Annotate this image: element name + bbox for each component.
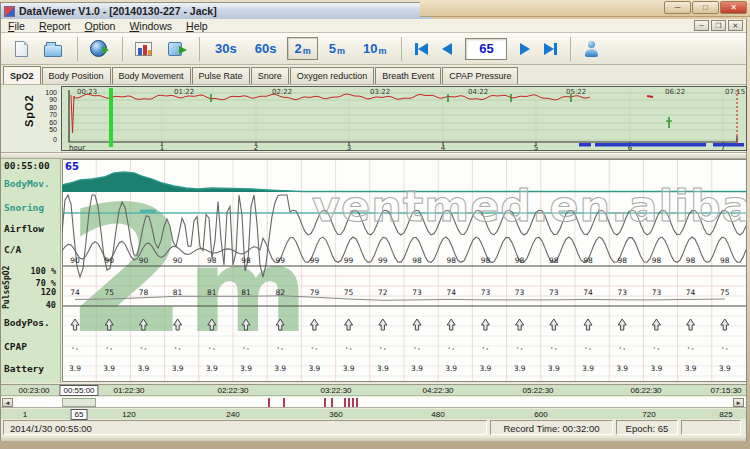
svg-text:3.9: 3.9 [274,364,286,373]
event-mark [348,398,350,407]
svg-text:hour: hour [69,144,85,151]
channel-label-airflow: Airflow [4,223,44,234]
spo2-overview-chart[interactable]: 00:2301:2202:2203:2204:2205:2206:2207:15… [61,86,747,151]
timeline-time-label[interactable]: 03:22:30 [320,386,351,395]
svg-text:98: 98 [412,256,422,265]
timeline-epoch-label[interactable]: 360 [329,410,342,419]
svg-text:98: 98 [515,256,525,265]
epoch-input[interactable]: 65 [465,38,507,60]
last-epoch-button[interactable] [544,43,557,55]
tab-body-movement[interactable]: Body Movement [112,67,191,84]
timeline-time-label[interactable]: 04:22:30 [422,386,453,395]
spo2-overview-panel: SpO2 10090807060500 00:2301:2202:2203:22… [1,85,746,152]
svg-text:98: 98 [583,256,593,265]
timeline-epoch-label[interactable]: 240 [226,410,239,419]
timeline-time-label[interactable]: 07:15:30 [710,386,741,395]
app-titlebar[interactable]: DataViewer V1.0 - [20140130-227 - Jack] [1,3,433,19]
event-mark [356,398,358,407]
overview-ytick: 100 [37,89,57,96]
timeline-time-label[interactable]: 00:23:00 [18,386,49,395]
timeline-epoch-label[interactable]: 1 [23,410,27,419]
interval-button-5m[interactable]: 5m [322,37,352,60]
interval-button-10m[interactable]: 10m [356,37,393,60]
background-close-button[interactable]: ✕ [720,1,747,14]
statusbar: 2014/1/30 00:55:00 Record Time: 00:32:00… [1,419,746,437]
svg-text:90: 90 [139,256,149,265]
svg-text:90: 90 [173,256,183,265]
position-cursor[interactable] [109,88,113,147]
menu-windows[interactable]: Windows [122,19,179,33]
svg-text:75: 75 [104,288,114,297]
tab-spo2[interactable]: SpO2 [3,66,41,84]
svg-text:3.9: 3.9 [445,364,457,373]
svg-text:2: 2 [254,144,258,151]
first-epoch-button[interactable] [415,43,428,55]
svg-text:3.9: 3.9 [685,364,697,373]
timeline-epoch-label[interactable]: 720 [642,410,655,419]
interval-button-30s[interactable]: 30s [208,37,244,60]
next-epoch-button[interactable] [520,43,530,55]
svg-text:98: 98 [481,256,491,265]
mdi-close-button[interactable]: ✕ [728,20,743,31]
svg-text:73: 73 [412,288,422,297]
scrollbar-thumb[interactable] [62,398,96,407]
overview-ytick: 70 [37,111,57,118]
interval-button-60s[interactable]: 60s [248,37,284,60]
timeline-epoch-label[interactable]: 480 [431,410,444,419]
scroll-left-button[interactable]: ◄ [2,398,13,407]
svg-text:81: 81 [241,288,251,297]
svg-text:98: 98 [720,256,730,265]
status-empty-panel [681,420,741,435]
timeline-epoch-label[interactable]: 600 [534,410,547,419]
timeline: 00:23:0000:55:0001:22:3002:22:3003:22:30… [1,384,746,419]
timeline-time-label[interactable]: 02:22:30 [217,386,248,395]
svg-text:99: 99 [378,256,388,265]
panel-splitter[interactable] [1,152,746,159]
interval-button-2m[interactable]: 2m [287,37,317,60]
tab-breath-event[interactable]: Breath Event [375,67,441,84]
tab-snore[interactable]: Snore [251,67,289,84]
timeline-epoch-label[interactable]: 825 [719,410,732,419]
globe-sync-icon [90,40,107,57]
menu-help[interactable]: Help [179,19,215,33]
sync-button[interactable] [84,36,112,62]
mdi-minimize-button[interactable]: ─ [694,20,709,31]
new-file-button[interactable] [7,36,35,62]
background-maximize-button[interactable]: □ [692,1,719,14]
menu-report[interactable]: Report [32,19,78,33]
menu-file[interactable]: File [1,19,32,33]
tab-pulse-rate[interactable]: Pulse Rate [192,67,250,84]
svg-text:75: 75 [720,288,730,297]
scroll-right-button[interactable]: ► [733,398,744,407]
report-button[interactable] [129,36,157,62]
svg-text:04:22: 04:22 [468,88,488,96]
timeline-time-label[interactable]: 01:22:30 [113,386,144,395]
channel-label-c-a: C/A [4,244,21,255]
svg-text:98: 98 [549,256,559,265]
timeline-selected-time[interactable]: 00:55:00 [59,385,98,396]
previous-epoch-button[interactable] [442,43,452,55]
svg-text:79: 79 [310,288,320,297]
export-button[interactable] [161,36,189,62]
timeline-scrollbar[interactable]: ◄► [1,397,746,408]
timeline-epoch-label[interactable]: 120 [122,410,135,419]
background-minimize-button[interactable]: ─ [664,1,691,14]
svg-text:3.9: 3.9 [548,364,560,373]
arrow-right-icon [544,43,554,55]
menu-option[interactable]: Option [77,19,122,33]
tab-oxygen-reduction[interactable]: Oxygen reduction [290,67,375,84]
svg-text:73: 73 [515,288,525,297]
tab-cpap-pressure[interactable]: CPAP Pressure [442,67,518,84]
timeline-time-label[interactable]: 06:22:30 [630,386,661,395]
timeline-time-label[interactable]: 05:22:30 [522,386,553,395]
patient-button[interactable] [577,36,605,62]
mdi-restore-button[interactable]: ❐ [711,20,726,31]
tab-body-position[interactable]: Body Position [42,67,111,84]
open-file-button[interactable] [39,36,67,62]
timeline-selected-epoch[interactable]: 65 [71,409,88,420]
waveform-chart[interactable]: 2mventmed.en.alibaba.com9090909098989999… [62,159,747,382]
svg-text:3.9: 3.9 [137,364,149,373]
svg-text:3.9: 3.9 [377,364,389,373]
svg-text:3.9: 3.9 [240,364,252,373]
svg-text:81: 81 [207,288,217,297]
